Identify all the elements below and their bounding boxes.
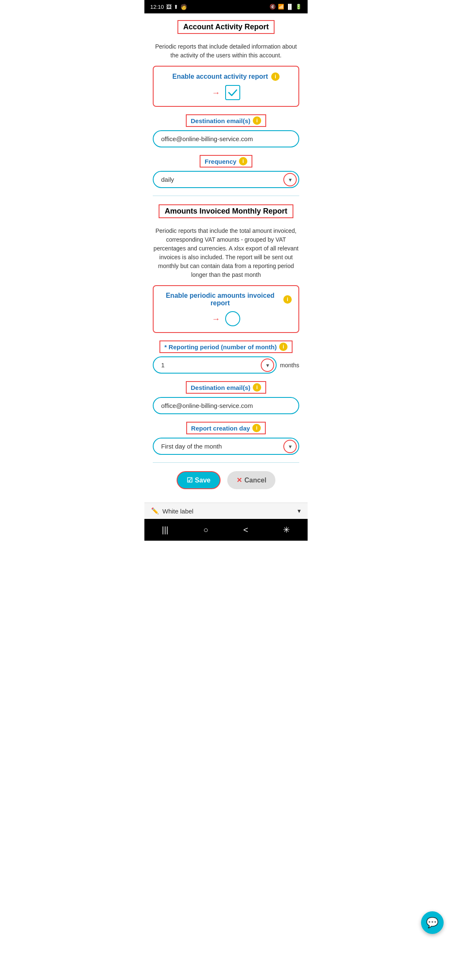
cancel-button[interactable]: ✕ Cancel (227, 471, 275, 489)
section2-destination-label: Destination email(s) i (186, 381, 267, 394)
frequency-label-wrapper: Frequency i (153, 155, 299, 168)
action-buttons: ☑ Save ✕ Cancel (153, 471, 299, 489)
report-creation-day-info[interactable]: i (252, 424, 261, 432)
photo-icon: 🖼 (166, 4, 172, 10)
nav-back-button[interactable]: < (243, 525, 248, 535)
white-label-bar[interactable]: ✏️ White label ▾ (144, 503, 308, 519)
reporting-period-info[interactable]: i (279, 343, 288, 351)
status-right: 🔇 📶 ▐▌ 🔋 (270, 4, 302, 10)
arrow-right-icon-2: → (212, 314, 220, 324)
frequency-label: Frequency i (200, 155, 252, 168)
report-creation-day-select[interactable]: First day of the month Last day of the m… (153, 438, 299, 455)
time-display: 12:10 (150, 4, 164, 10)
reporting-period-select[interactable]: 1 2 3 6 12 (153, 356, 277, 374)
arrow-right-icon: → (212, 88, 220, 98)
reporting-period-label-wrapper: * Reporting period (number of month) i (153, 340, 299, 353)
white-label-left: ✏️ White label (151, 507, 193, 515)
white-label-icon: ✏️ (151, 507, 159, 515)
enable-account-activity-info[interactable]: i (271, 72, 280, 81)
checkbox-checked-icon[interactable] (225, 85, 240, 100)
section2-title-wrapper: Amounts Invoiced Monthly Report (153, 204, 299, 222)
section2-destination-label-wrapper: Destination email(s) i (153, 381, 299, 394)
wifi-icon: 📶 (278, 4, 284, 10)
enable-amounts-invoiced-toggle[interactable]: → (160, 311, 292, 326)
period-months-unit: months (280, 362, 299, 369)
save-button[interactable]: ☑ Save (177, 471, 221, 489)
reporting-period-select-wrapper: 1 2 3 6 12 ▾ (153, 356, 277, 374)
report-creation-day-label-wrapper: Report creation day i (153, 422, 299, 434)
cancel-x-icon: ✕ (236, 476, 242, 484)
reporting-period-row: 1 2 3 6 12 ▾ months (153, 356, 299, 374)
nav-home-icon: ○ (203, 525, 208, 535)
section-divider-1 (153, 196, 299, 196)
enable-amounts-info[interactable]: i (283, 295, 292, 304)
frequency-info[interactable]: i (239, 157, 247, 165)
report-creation-day-label: Report creation day i (186, 422, 266, 434)
signal-icon: ▐▌ (286, 4, 293, 10)
section1-destination-email-input[interactable] (153, 130, 299, 147)
status-left: 12:10 🖼 ⬆ 🧑 (150, 4, 187, 10)
section1-description: Periodic reports that include detailed i… (153, 42, 299, 60)
nav-back-icon: < (243, 525, 248, 535)
battery-icon: 🔋 (295, 4, 302, 10)
nav-menu-icon: ||| (162, 525, 169, 535)
enable-amounts-invoiced-label: Enable periodic amounts invoiced report … (160, 292, 292, 307)
section1-destination-info[interactable]: i (253, 116, 261, 125)
nav-accessibility-icon: ✳ (283, 525, 290, 535)
status-bar: 12:10 🖼 ⬆ 🧑 🔇 📶 ▐▌ 🔋 (144, 0, 308, 13)
enable-account-activity-label: Enable account activity report i (160, 72, 292, 81)
section2-title: Amounts Invoiced Monthly Report (159, 204, 293, 218)
section2-destination-email-input[interactable] (153, 397, 299, 414)
enable-amounts-invoiced-box: Enable periodic amounts invoiced report … (153, 285, 299, 333)
white-label-text: White label (162, 508, 193, 515)
white-label-chevron-icon: ▾ (298, 507, 301, 515)
nav-menu-button[interactable]: ||| (162, 525, 169, 535)
section1-title-wrapper: Account Activity Report (153, 20, 299, 38)
frequency-select-wrapper: daily weekly monthly ▾ (153, 171, 299, 188)
reporting-period-label: * Reporting period (number of month) i (159, 340, 293, 353)
nav-home-button[interactable]: ○ (203, 525, 208, 535)
section2-description: Periodic reports that include the total … (153, 227, 299, 279)
save-check-icon: ☑ (187, 476, 193, 484)
mute-icon: 🔇 (270, 4, 276, 10)
section1-destination-label-wrapper: Destination email(s) i (153, 114, 299, 127)
section-divider-2 (153, 462, 299, 463)
person-icon: 🧑 (180, 4, 187, 10)
section2-destination-info[interactable]: i (253, 383, 261, 392)
enable-account-activity-toggle[interactable]: → (160, 85, 292, 100)
enable-account-activity-box: Enable account activity report i → (153, 66, 299, 107)
frequency-select[interactable]: daily weekly monthly (153, 171, 299, 188)
section1-destination-label: Destination email(s) i (186, 114, 267, 127)
upload-icon: ⬆ (174, 4, 178, 10)
radio-unchecked-icon[interactable] (225, 311, 240, 326)
section1-title: Account Activity Report (177, 20, 275, 34)
nav-accessibility-button[interactable]: ✳ (283, 525, 290, 535)
bottom-nav: ||| ○ < ✳ (144, 519, 308, 541)
main-content: Account Activity Report Periodic reports… (144, 13, 308, 503)
report-creation-day-select-wrapper: First day of the month Last day of the m… (153, 438, 299, 455)
